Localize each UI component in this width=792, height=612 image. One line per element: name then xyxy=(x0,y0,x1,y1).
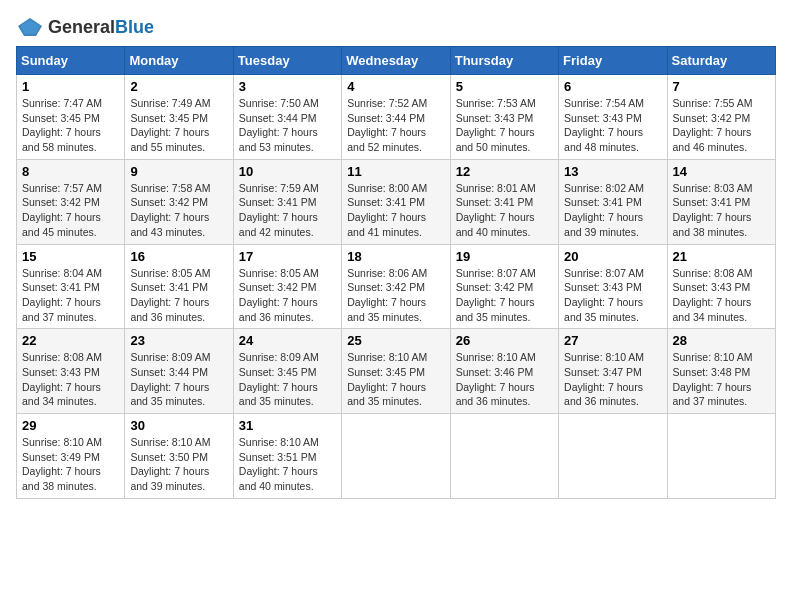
calendar-cell xyxy=(559,414,667,499)
calendar-cell: 11 Sunrise: 8:00 AM Sunset: 3:41 PM Dayl… xyxy=(342,159,450,244)
day-info: Sunrise: 8:10 AM Sunset: 3:50 PM Dayligh… xyxy=(130,435,227,494)
calendar-cell: 14 Sunrise: 8:03 AM Sunset: 3:41 PM Dayl… xyxy=(667,159,775,244)
calendar-cell: 2 Sunrise: 7:49 AM Sunset: 3:45 PM Dayli… xyxy=(125,75,233,160)
day-info: Sunrise: 7:57 AM Sunset: 3:42 PM Dayligh… xyxy=(22,181,119,240)
calendar-week-row: 15 Sunrise: 8:04 AM Sunset: 3:41 PM Dayl… xyxy=(17,244,776,329)
day-number: 3 xyxy=(239,79,336,94)
day-info: Sunrise: 8:08 AM Sunset: 3:43 PM Dayligh… xyxy=(22,350,119,409)
day-number: 29 xyxy=(22,418,119,433)
calendar-cell: 7 Sunrise: 7:55 AM Sunset: 3:42 PM Dayli… xyxy=(667,75,775,160)
day-number: 6 xyxy=(564,79,661,94)
day-number: 12 xyxy=(456,164,553,179)
day-number: 4 xyxy=(347,79,444,94)
day-info: Sunrise: 7:49 AM Sunset: 3:45 PM Dayligh… xyxy=(130,96,227,155)
day-number: 26 xyxy=(456,333,553,348)
day-number: 14 xyxy=(673,164,770,179)
calendar-cell: 16 Sunrise: 8:05 AM Sunset: 3:41 PM Dayl… xyxy=(125,244,233,329)
day-info: Sunrise: 7:54 AM Sunset: 3:43 PM Dayligh… xyxy=(564,96,661,155)
day-number: 16 xyxy=(130,249,227,264)
calendar-cell: 23 Sunrise: 8:09 AM Sunset: 3:44 PM Dayl… xyxy=(125,329,233,414)
calendar-cell: 4 Sunrise: 7:52 AM Sunset: 3:44 PM Dayli… xyxy=(342,75,450,160)
day-number: 17 xyxy=(239,249,336,264)
day-info: Sunrise: 8:00 AM Sunset: 3:41 PM Dayligh… xyxy=(347,181,444,240)
calendar-cell: 5 Sunrise: 7:53 AM Sunset: 3:43 PM Dayli… xyxy=(450,75,558,160)
calendar-cell: 26 Sunrise: 8:10 AM Sunset: 3:46 PM Dayl… xyxy=(450,329,558,414)
day-info: Sunrise: 8:10 AM Sunset: 3:48 PM Dayligh… xyxy=(673,350,770,409)
day-info: Sunrise: 8:10 AM Sunset: 3:51 PM Dayligh… xyxy=(239,435,336,494)
day-info: Sunrise: 8:03 AM Sunset: 3:41 PM Dayligh… xyxy=(673,181,770,240)
calendar-cell: 29 Sunrise: 8:10 AM Sunset: 3:49 PM Dayl… xyxy=(17,414,125,499)
calendar-cell: 15 Sunrise: 8:04 AM Sunset: 3:41 PM Dayl… xyxy=(17,244,125,329)
day-number: 31 xyxy=(239,418,336,433)
calendar-cell: 21 Sunrise: 8:08 AM Sunset: 3:43 PM Dayl… xyxy=(667,244,775,329)
day-number: 27 xyxy=(564,333,661,348)
calendar-week-row: 29 Sunrise: 8:10 AM Sunset: 3:49 PM Dayl… xyxy=(17,414,776,499)
day-info: Sunrise: 7:47 AM Sunset: 3:45 PM Dayligh… xyxy=(22,96,119,155)
day-number: 30 xyxy=(130,418,227,433)
calendar-cell: 27 Sunrise: 8:10 AM Sunset: 3:47 PM Dayl… xyxy=(559,329,667,414)
day-info: Sunrise: 8:10 AM Sunset: 3:45 PM Dayligh… xyxy=(347,350,444,409)
day-number: 5 xyxy=(456,79,553,94)
day-info: Sunrise: 8:07 AM Sunset: 3:43 PM Dayligh… xyxy=(564,266,661,325)
day-info: Sunrise: 8:10 AM Sunset: 3:46 PM Dayligh… xyxy=(456,350,553,409)
calendar-cell: 20 Sunrise: 8:07 AM Sunset: 3:43 PM Dayl… xyxy=(559,244,667,329)
logo-blue: Blue xyxy=(115,17,154,37)
calendar-cell: 31 Sunrise: 8:10 AM Sunset: 3:51 PM Dayl… xyxy=(233,414,341,499)
col-wednesday: Wednesday xyxy=(342,47,450,75)
col-tuesday: Tuesday xyxy=(233,47,341,75)
day-info: Sunrise: 7:52 AM Sunset: 3:44 PM Dayligh… xyxy=(347,96,444,155)
calendar-cell: 8 Sunrise: 7:57 AM Sunset: 3:42 PM Dayli… xyxy=(17,159,125,244)
calendar-cell: 25 Sunrise: 8:10 AM Sunset: 3:45 PM Dayl… xyxy=(342,329,450,414)
day-info: Sunrise: 7:59 AM Sunset: 3:41 PM Dayligh… xyxy=(239,181,336,240)
calendar-cell: 9 Sunrise: 7:58 AM Sunset: 3:42 PM Dayli… xyxy=(125,159,233,244)
calendar-week-row: 8 Sunrise: 7:57 AM Sunset: 3:42 PM Dayli… xyxy=(17,159,776,244)
calendar-cell: 10 Sunrise: 7:59 AM Sunset: 3:41 PM Dayl… xyxy=(233,159,341,244)
calendar-cell xyxy=(450,414,558,499)
calendar-cell: 30 Sunrise: 8:10 AM Sunset: 3:50 PM Dayl… xyxy=(125,414,233,499)
day-number: 1 xyxy=(22,79,119,94)
col-monday: Monday xyxy=(125,47,233,75)
calendar-cell: 6 Sunrise: 7:54 AM Sunset: 3:43 PM Dayli… xyxy=(559,75,667,160)
page-header: GeneralBlue xyxy=(16,16,776,38)
day-number: 11 xyxy=(347,164,444,179)
calendar-cell: 1 Sunrise: 7:47 AM Sunset: 3:45 PM Dayli… xyxy=(17,75,125,160)
day-info: Sunrise: 8:07 AM Sunset: 3:42 PM Dayligh… xyxy=(456,266,553,325)
calendar-cell: 13 Sunrise: 8:02 AM Sunset: 3:41 PM Dayl… xyxy=(559,159,667,244)
day-info: Sunrise: 8:10 AM Sunset: 3:49 PM Dayligh… xyxy=(22,435,119,494)
day-number: 24 xyxy=(239,333,336,348)
calendar-cell: 22 Sunrise: 8:08 AM Sunset: 3:43 PM Dayl… xyxy=(17,329,125,414)
day-info: Sunrise: 8:09 AM Sunset: 3:45 PM Dayligh… xyxy=(239,350,336,409)
day-number: 18 xyxy=(347,249,444,264)
day-number: 19 xyxy=(456,249,553,264)
day-number: 25 xyxy=(347,333,444,348)
day-number: 2 xyxy=(130,79,227,94)
logo-general: General xyxy=(48,17,115,37)
calendar-cell: 12 Sunrise: 8:01 AM Sunset: 3:41 PM Dayl… xyxy=(450,159,558,244)
day-info: Sunrise: 8:02 AM Sunset: 3:41 PM Dayligh… xyxy=(564,181,661,240)
calendar-week-row: 22 Sunrise: 8:08 AM Sunset: 3:43 PM Dayl… xyxy=(17,329,776,414)
day-info: Sunrise: 8:01 AM Sunset: 3:41 PM Dayligh… xyxy=(456,181,553,240)
col-sunday: Sunday xyxy=(17,47,125,75)
day-info: Sunrise: 8:08 AM Sunset: 3:43 PM Dayligh… xyxy=(673,266,770,325)
calendar-cell: 19 Sunrise: 8:07 AM Sunset: 3:42 PM Dayl… xyxy=(450,244,558,329)
calendar-header-row: Sunday Monday Tuesday Wednesday Thursday… xyxy=(17,47,776,75)
day-info: Sunrise: 7:55 AM Sunset: 3:42 PM Dayligh… xyxy=(673,96,770,155)
day-number: 9 xyxy=(130,164,227,179)
day-info: Sunrise: 8:05 AM Sunset: 3:42 PM Dayligh… xyxy=(239,266,336,325)
day-info: Sunrise: 7:58 AM Sunset: 3:42 PM Dayligh… xyxy=(130,181,227,240)
col-friday: Friday xyxy=(559,47,667,75)
col-thursday: Thursday xyxy=(450,47,558,75)
calendar-cell xyxy=(342,414,450,499)
day-info: Sunrise: 8:04 AM Sunset: 3:41 PM Dayligh… xyxy=(22,266,119,325)
day-info: Sunrise: 8:06 AM Sunset: 3:42 PM Dayligh… xyxy=(347,266,444,325)
day-number: 13 xyxy=(564,164,661,179)
day-info: Sunrise: 8:05 AM Sunset: 3:41 PM Dayligh… xyxy=(130,266,227,325)
logo: GeneralBlue xyxy=(16,16,154,38)
day-number: 21 xyxy=(673,249,770,264)
col-saturday: Saturday xyxy=(667,47,775,75)
day-number: 28 xyxy=(673,333,770,348)
calendar-cell: 18 Sunrise: 8:06 AM Sunset: 3:42 PM Dayl… xyxy=(342,244,450,329)
day-info: Sunrise: 7:50 AM Sunset: 3:44 PM Dayligh… xyxy=(239,96,336,155)
calendar-cell xyxy=(667,414,775,499)
calendar-table: Sunday Monday Tuesday Wednesday Thursday… xyxy=(16,46,776,499)
